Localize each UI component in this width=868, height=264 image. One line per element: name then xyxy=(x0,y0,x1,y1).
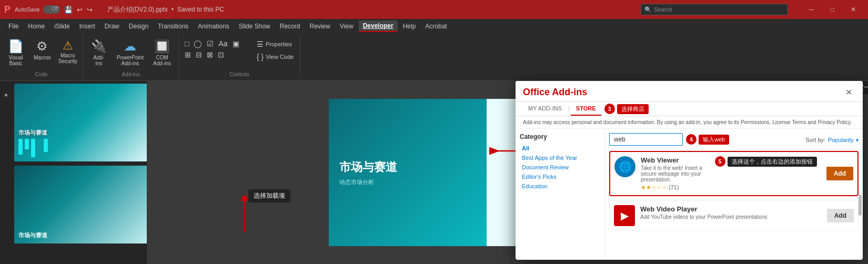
visual-basic-label: VisualBasic xyxy=(8,55,23,66)
view-code-button[interactable]: { } View Code xyxy=(255,52,296,62)
save-icon[interactable]: 💾 xyxy=(64,6,73,14)
slide-thumb-2[interactable]: 2 市场与赛道 xyxy=(2,165,145,244)
annotation-4: 4 输入web xyxy=(686,134,729,145)
properties-icon: ☰ xyxy=(257,40,264,48)
ribbon-group-controls: □ ◯ ☑ Aa ▣ ⊞ ⊟ ⊠ ⊡ ☰ Properties { } View… xyxy=(179,36,300,78)
menu-review[interactable]: Review xyxy=(305,21,334,32)
autosave-toggle[interactable]: Off xyxy=(43,5,60,14)
sort-value[interactable]: Popularity xyxy=(828,137,854,143)
slide-left-panel: 市场与赛道 动态市场分析 xyxy=(329,99,487,246)
controls-icon-4[interactable]: Aa xyxy=(217,39,229,48)
add-ins-label: Add-ins xyxy=(93,55,104,66)
ribbon-group-code: 📄 VisualBasic ⚙ Macros ⚠ MacroSecurity C… xyxy=(0,36,83,78)
web-video-icon: ▶ xyxy=(614,205,635,226)
category-education[interactable]: Education xyxy=(520,181,600,191)
category-editors-picks[interactable]: Editor's Picks xyxy=(520,172,600,181)
step3-badge: 3 xyxy=(604,104,615,114)
com-add-ins-label: COMAdd-ins xyxy=(153,55,171,66)
scrollbar[interactable] xyxy=(859,195,862,216)
controls-icon-9[interactable]: ⊡ xyxy=(216,50,226,59)
dialog-container: Office Add-ins ✕ MY ADD-INS | STORE 3 选择… xyxy=(516,81,863,260)
slide-image-2: 市场与赛道 xyxy=(14,166,147,243)
tab-divider: | xyxy=(567,102,571,116)
com-add-ins-button[interactable]: 🔲 COMAdd-ins xyxy=(150,37,174,68)
step5-text: 选择这个，点击右边的添加按钮 xyxy=(728,157,817,167)
properties-label: Properties xyxy=(266,41,292,47)
autosave-area: AutoSave Off xyxy=(15,5,60,14)
addon-card-web-video: ▶ Web Video Player Add YouTube videos to… xyxy=(609,200,859,231)
menu-developer[interactable]: Developer xyxy=(359,21,398,32)
menu-view[interactable]: View xyxy=(336,21,358,32)
slide-main-subtitle: 动态市场分析 xyxy=(339,178,476,186)
web-viewer-desc: Take it to the web! Insert a secure webp… xyxy=(641,165,710,182)
dialog-close-button[interactable]: ✕ xyxy=(842,86,855,98)
dialog-title: Office Add-ins xyxy=(523,87,587,98)
menu-file[interactable]: File xyxy=(4,21,23,32)
controls-icon-2[interactable]: ◯ xyxy=(192,39,204,48)
maximize-button[interactable]: □ xyxy=(822,0,843,19)
search-box[interactable]: 🔍 Search xyxy=(641,4,788,15)
close-button[interactable]: ✕ xyxy=(843,0,864,19)
step5-badge: 5 xyxy=(715,156,725,167)
menu-home[interactable]: Home xyxy=(24,21,49,32)
office-addins-dialog: Office Add-ins ✕ MY ADD-INS | STORE 3 选择… xyxy=(516,81,863,260)
window-controls: ─ □ ✕ xyxy=(801,0,864,19)
undo-icon[interactable]: ↩ xyxy=(77,6,83,14)
tab-store[interactable]: STORE xyxy=(571,102,601,116)
menu-insert[interactable]: Insert xyxy=(75,21,99,32)
macro-security-button[interactable]: ⚠ MacroSecurity xyxy=(57,37,78,66)
menu-slideshow[interactable]: Slide Show xyxy=(235,21,275,32)
controls-icon-6[interactable]: ⊞ xyxy=(183,50,193,59)
menu-design[interactable]: Design xyxy=(125,21,153,32)
slide-thumb-1[interactable]: 1 ★ 市场与赛道 xyxy=(2,83,145,162)
menu-draw[interactable]: Draw xyxy=(100,21,124,32)
minimize-button[interactable]: ─ xyxy=(801,0,822,19)
controls-icon-1[interactable]: □ xyxy=(183,39,190,48)
controls-icon-7[interactable]: ⊟ xyxy=(194,50,204,59)
category-best-apps[interactable]: Best Apps of the Year xyxy=(520,153,600,163)
visual-basic-icon: 📄 xyxy=(8,39,24,54)
add-ins-button[interactable]: 🔌 Add-ins xyxy=(87,37,110,68)
macro-security-label: MacroSecurity xyxy=(58,53,77,64)
sort-area: Sort by: Popularity ▾ xyxy=(805,135,859,144)
visual-basic-button[interactable]: 📄 VisualBasic xyxy=(4,37,27,68)
menu-record[interactable]: Record xyxy=(276,21,305,32)
addon-card-web-viewer: 🌐 Web Viewer Take it to the web! Insert … xyxy=(609,151,859,196)
menu-acrobat[interactable]: Acrobat xyxy=(421,21,451,32)
category-all[interactable]: All xyxy=(520,144,600,153)
menu-islide[interactable]: iSlide xyxy=(50,21,74,32)
addon-web-viewer-info: Web Viewer Take it to the web! Insert a … xyxy=(641,156,710,191)
slide-image-1: 市场与赛道 xyxy=(14,84,147,161)
tab-my-addins[interactable]: MY ADD-INS xyxy=(523,102,567,116)
web-viewer-add-button[interactable]: Add xyxy=(826,167,853,180)
controls-icon-5[interactable]: ▣ xyxy=(231,39,241,48)
controls-icon-8[interactable]: ⊠ xyxy=(205,50,215,59)
search-input[interactable] xyxy=(609,133,683,146)
web-viewer-name: Web Viewer xyxy=(641,156,710,164)
controls-group-label: Controls xyxy=(229,72,249,77)
category-document-review[interactable]: Document Review xyxy=(520,163,600,172)
add-ins-group-label: Add-ins xyxy=(122,72,139,77)
properties-button[interactable]: ☰ Properties xyxy=(255,39,296,49)
dialog-sidebar: Category All Best Apps of the Year Docum… xyxy=(516,129,605,260)
view-code-label: View Code xyxy=(266,54,294,60)
step4-text: 输入web xyxy=(699,135,729,145)
menu-animations[interactable]: Animations xyxy=(194,21,233,32)
menu-transitions[interactable]: Transitions xyxy=(154,21,193,32)
dialog-titlebar: Office Add-ins ✕ xyxy=(516,81,863,102)
sort-chevron[interactable]: ▾ xyxy=(856,137,859,143)
com-add-ins-icon: 🔲 xyxy=(154,39,170,54)
redo-icon[interactable]: ↪ xyxy=(87,6,93,14)
category-label: Category xyxy=(520,133,600,140)
title-bar-buttons: 💾 ↩ ↪ xyxy=(64,6,93,14)
macro-security-icon: ⚠ xyxy=(63,39,73,53)
code-group-label: Code xyxy=(35,72,48,77)
macros-button[interactable]: ⚙ Macros xyxy=(31,37,54,63)
slide-panel: 1 ★ 市场与赛道 2 市场与赛道 xyxy=(0,81,147,264)
menu-help[interactable]: Help xyxy=(399,21,420,32)
search-row: 4 输入web Sort by: Popularity ▾ xyxy=(609,133,859,146)
main-area: 1 ★ 市场与赛道 2 市场与赛道 xyxy=(0,81,868,264)
web-video-add-button[interactable]: Add xyxy=(827,209,854,222)
ppt-add-ins-button[interactable]: ☁ PowerPointAdd-ins xyxy=(114,37,147,68)
controls-icon-3[interactable]: ☑ xyxy=(205,39,215,48)
